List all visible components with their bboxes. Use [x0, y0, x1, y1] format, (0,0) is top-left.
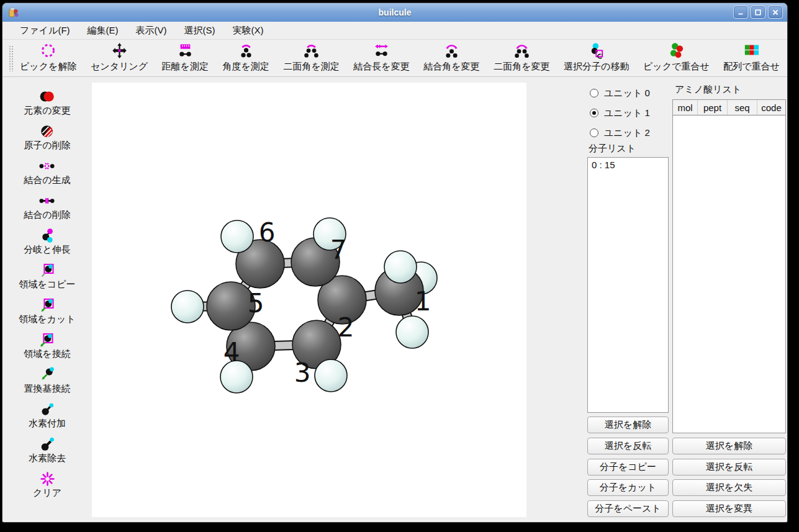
radio-circle-icon [590, 89, 598, 97]
atom-number-label: 1 [415, 286, 431, 317]
atom-number-label: 6 [259, 217, 276, 248]
molecule-canvas[interactable]: 1234567 [92, 83, 526, 517]
toolbar-item-measure-dihedral[interactable]: 二面角を測定 [283, 42, 339, 73]
clear-icon [39, 470, 56, 487]
atom-H[interactable] [315, 359, 347, 392]
atom-number-label: 5 [248, 288, 264, 318]
column-header-mol[interactable]: mol [673, 100, 698, 115]
superpose-by-pick-icon [668, 42, 685, 60]
sidebar-item-copy-region[interactable]: 領域をコピー [19, 261, 75, 296]
delete-bond-icon [38, 192, 55, 209]
branch-extend-icon [38, 227, 55, 244]
toolbar-item-move-selected-molecule[interactable]: 選択分子の移動 [564, 42, 629, 73]
menu-experiment[interactable]: 実験(X) [224, 22, 273, 39]
sidebar-item-cut-region[interactable]: 領域をカット [19, 296, 75, 331]
toolbar-item-centering[interactable]: センタリング [91, 42, 148, 73]
toolbar-item-change-bond-length[interactable]: 結合長を変更 [353, 42, 409, 73]
column-header-code[interactable]: code [757, 100, 785, 115]
radio-unit-0[interactable]: ユニット 0 [590, 88, 650, 99]
tool-sidebar: 元素の変更 原子の削除 結合の生成 結合の削除 分岐と伸長 領域をコピー 領域を… [2, 78, 92, 520]
column-header-seq[interactable]: seq [728, 100, 757, 115]
titlebar[interactable]: builcule [2, 3, 787, 22]
maximize-button[interactable] [751, 6, 765, 19]
toolbar-item-measure-angle[interactable]: 角度を測定 [223, 42, 269, 73]
toolbar-item-change-bond-angle[interactable]: 結合角を変更 [423, 42, 479, 73]
application-window: builcule ファイル(F) 編集(E) 表示(V) 選択(S) 実験(X)… [2, 3, 787, 522]
radio-circle-icon [590, 109, 598, 117]
change-element-icon [38, 88, 55, 105]
toolbar-grip-handle[interactable] [9, 45, 14, 71]
toolbar: ピックを解除 センタリング 距離を測定 角度を測定 二面角を測定 結合長を変更 [2, 39, 787, 77]
cut-region-icon [39, 296, 56, 313]
sidebar-item-create-bond[interactable]: 結合の生成 [24, 157, 70, 192]
add-hydrogen-icon [39, 400, 56, 418]
menu-file[interactable]: ファイル(F) [11, 22, 79, 39]
amino-clear-selection-button[interactable]: 選択を解除 [672, 438, 786, 454]
sidebar-item-branch-extend[interactable]: 分岐と伸長 [24, 227, 70, 261]
sidebar-item-connect-substituent[interactable]: 置換基接続 [24, 366, 71, 400]
sidebar-item-clear[interactable]: クリア [33, 470, 61, 505]
remove-hydrogen-icon [39, 435, 56, 453]
change-dihedral-icon [513, 42, 530, 60]
change-bond-angle-icon [443, 42, 460, 60]
window-title: builcule [2, 7, 787, 17]
atom-number-label: 7 [330, 235, 347, 265]
radio-unit-1[interactable]: ユニット 1 [590, 107, 650, 119]
delete-atom-icon [38, 122, 55, 140]
unit-clear-selection-button[interactable]: 選択を解除 [587, 417, 669, 433]
sidebar-item-delete-atom[interactable]: 原子の削除 [24, 122, 70, 157]
atom-number-label: 3 [294, 358, 311, 388]
toolbar-item-pick-clear[interactable]: ピックを解除 [20, 42, 76, 73]
minimize-button[interactable] [733, 6, 748, 19]
minimize-icon [737, 9, 744, 16]
radio-circle-icon [590, 128, 598, 137]
measure-distance-icon [177, 42, 194, 60]
sidebar-item-add-hydrogen[interactable]: 水素付加 [29, 400, 66, 435]
column-header-pept[interactable]: pept [698, 100, 728, 115]
paste-molecule-button[interactable]: 分子をペースト [587, 500, 669, 517]
measure-dihedral-icon [303, 42, 320, 60]
sidebar-item-remove-hydrogen[interactable]: 水素除去 [29, 435, 66, 470]
sidebar-item-change-element[interactable]: 元素の変更 [24, 88, 70, 122]
sidebar-item-connect-region[interactable]: 領域を接続 [24, 331, 70, 366]
delete-selection-button[interactable]: 選択を欠失 [672, 479, 786, 496]
amino-invert-selection-button[interactable]: 選択を反転 [672, 459, 786, 476]
atom-H[interactable] [384, 251, 417, 283]
cut-molecule-button[interactable]: 分子をカット [587, 479, 669, 496]
centering-icon [111, 42, 128, 60]
molecule-listbox[interactable]: 0 : 15 [587, 157, 669, 413]
molecule-viewport[interactable]: 1234567 [92, 83, 526, 517]
toolbar-item-superpose-by-pick[interactable]: ピックで重合せ [643, 42, 710, 73]
menu-select[interactable]: 選択(S) [176, 22, 224, 39]
molecule-list-item[interactable]: 0 : 15 [588, 158, 668, 172]
amino-acid-table[interactable]: mol pept seq code [672, 99, 786, 433]
toolbar-item-superpose-by-sequence[interactable]: 配列で重合せ [723, 42, 780, 73]
menu-edit[interactable]: 編集(E) [79, 22, 127, 39]
molecule-list-label: 分子リスト [589, 143, 636, 155]
atom-number-label: 2 [338, 312, 354, 343]
mutate-selection-button[interactable]: 選択を変異 [672, 500, 786, 517]
change-bond-length-icon [373, 42, 390, 60]
copy-molecule-button[interactable]: 分子をコピー [587, 459, 669, 476]
amino-acid-list-label: アミノ酸リスト [675, 84, 741, 96]
connect-substituent-icon [39, 366, 56, 383]
create-bond-icon [38, 157, 55, 174]
toolbar-item-change-dihedral[interactable]: 二面角を変更 [494, 42, 549, 73]
copy-region-icon [39, 261, 56, 279]
menu-view[interactable]: 表示(V) [127, 22, 176, 39]
sidebar-item-delete-bond[interactable]: 結合の削除 [24, 192, 70, 227]
superpose-by-sequence-icon [743, 42, 760, 60]
connect-region-icon [38, 331, 55, 348]
radio-unit-2[interactable]: ユニット 2 [590, 127, 650, 138]
atom-H[interactable] [171, 291, 204, 323]
atom-H[interactable] [396, 316, 428, 348]
maximize-icon [754, 9, 762, 16]
amino-table-header: mol pept seq code [673, 100, 785, 115]
unit-invert-selection-button[interactable]: 選択を反転 [587, 438, 669, 454]
atom-H[interactable] [221, 220, 253, 253]
close-button[interactable] [768, 6, 783, 19]
app-icon [7, 6, 20, 19]
move-selected-molecule-icon [588, 42, 605, 60]
atom-number-label: 4 [223, 337, 240, 367]
toolbar-item-measure-distance[interactable]: 距離を測定 [162, 42, 209, 73]
